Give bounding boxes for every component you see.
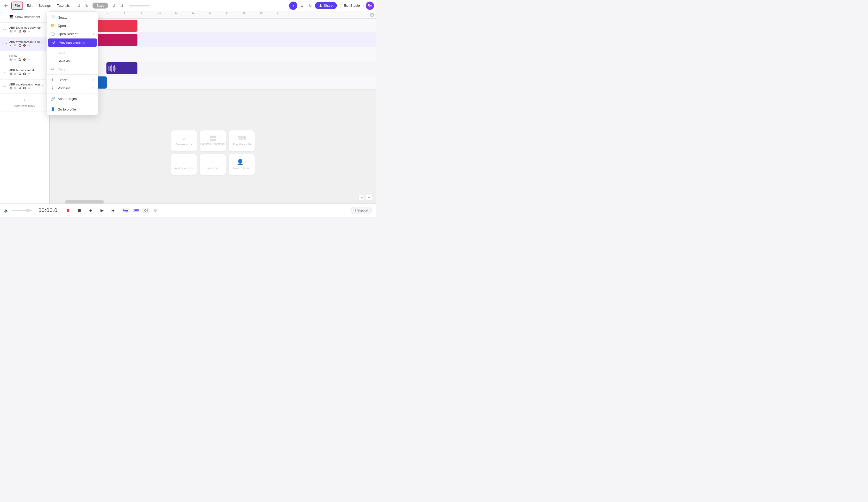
mute-button[interactable]: 🔇 bbox=[22, 86, 27, 90]
share-project-icon: 🔗 bbox=[50, 96, 55, 101]
ruler-mark-16: 16 bbox=[260, 11, 263, 14]
music-avatar[interactable]: ♪ bbox=[289, 1, 297, 10]
synth-label: Play the synth bbox=[233, 143, 251, 146]
zoom-in-button[interactable]: + bbox=[366, 194, 372, 200]
mute-button[interactable]: 🔇 bbox=[22, 57, 27, 62]
open-recent-arrow-icon: › bbox=[93, 32, 94, 36]
back-button[interactable] bbox=[2, 1, 10, 10]
refresh-button[interactable]: ↺ bbox=[110, 2, 117, 9]
user-avatar[interactable]: RA bbox=[366, 1, 374, 10]
browse-loops-label: Browse loops bbox=[175, 143, 193, 146]
patterns-label: Patterns Beatmaker bbox=[200, 142, 225, 146]
menu-save-as[interactable]: Save as... bbox=[47, 57, 98, 65]
track-row[interactable]: 〰 Clean R 🎚 🎧 🔇 ≡ bbox=[0, 51, 49, 65]
horizontal-scrollbar[interactable] bbox=[50, 200, 376, 203]
patterns-beatmaker-card[interactable]: Patterns Beatmaker bbox=[200, 130, 226, 151]
menu-open[interactable]: 📂 Open... bbox=[47, 21, 98, 30]
menu-new[interactable]: 📄 New... bbox=[47, 13, 98, 21]
exit-button[interactable]: Exit Studio bbox=[340, 2, 364, 9]
invite-friend-card[interactable]: 👤+ Invite a friend bbox=[229, 154, 255, 175]
browse-loops-card[interactable]: ♪ Browse loops bbox=[171, 130, 197, 151]
support-label: Support bbox=[357, 209, 368, 212]
headphone-button[interactable]: 🎧 bbox=[18, 86, 22, 90]
undo-button[interactable]: ↺ bbox=[75, 2, 83, 9]
scrollbar-thumb[interactable] bbox=[65, 200, 104, 203]
audio-clip[interactable] bbox=[106, 62, 137, 74]
share-icon: ♟ bbox=[319, 3, 322, 8]
add-track-button[interactable]: + Add New Track bbox=[0, 94, 49, 112]
track-row[interactable]: 〰 ABR fx riser central R 🎚 🎧 🔇 ≡ bbox=[0, 65, 49, 80]
ruler-mark-9: 9 bbox=[141, 11, 143, 14]
add-new-track-card[interactable]: + Add new track bbox=[171, 154, 197, 175]
off-toggle[interactable]: Off bbox=[142, 208, 150, 213]
collapse-button[interactable]: ◀ bbox=[370, 13, 374, 17]
headphone-button[interactable]: 🎧 bbox=[18, 57, 22, 62]
track-row[interactable]: 〰 ABR Drum loop belly rub R 🎚 🎧 🔇 ≡ bbox=[0, 23, 49, 37]
more-button[interactable]: ≡ bbox=[27, 43, 31, 48]
menu-file[interactable]: File bbox=[11, 1, 23, 10]
track-waveform-icon: 〰 bbox=[2, 84, 8, 88]
more-button[interactable]: ≡ bbox=[27, 29, 31, 33]
record-button[interactable]: ⏺ bbox=[64, 206, 72, 215]
volume-knob[interactable]: 🎚 bbox=[13, 57, 17, 62]
transport-settings-icon[interactable]: ⚙ bbox=[154, 208, 157, 213]
volume-knob[interactable]: 🎚 bbox=[13, 72, 17, 76]
redo-button[interactable]: ↻ bbox=[83, 2, 90, 9]
volume-slider[interactable] bbox=[12, 210, 32, 211]
record-badge[interactable]: R bbox=[9, 58, 13, 61]
ruler-mark-17: 17 bbox=[277, 11, 280, 14]
share-button[interactable]: ♟ Share bbox=[315, 2, 337, 9]
play-synth-card[interactable]: ⌨ Play the synth bbox=[229, 130, 255, 151]
download-button[interactable]: ⬇ bbox=[118, 2, 126, 9]
record-badge[interactable]: R bbox=[9, 30, 13, 33]
track-row[interactable]: 〰 ABR synth bass pure jul... R 🎚 🎧 🔇 ≡ bbox=[0, 37, 49, 51]
menu-export[interactable]: ⬆ Export › bbox=[47, 76, 98, 84]
menu-previous-versions[interactable]: ↺ Previous versions bbox=[48, 39, 97, 47]
record-badge[interactable]: R bbox=[9, 44, 13, 47]
stop-button[interactable]: ⏹ bbox=[75, 206, 83, 215]
zoom-out-button[interactable]: − bbox=[359, 194, 365, 200]
play-button[interactable]: ▶ bbox=[98, 206, 106, 215]
more-button[interactable]: ≡ bbox=[27, 72, 31, 76]
menu-edit[interactable]: Edit bbox=[24, 1, 35, 10]
show-instrument-button[interactable]: 🎹 Show Instrument bbox=[0, 11, 49, 23]
headphone-button[interactable]: 🎧 bbox=[18, 43, 22, 48]
menu-tutorials[interactable]: Tutorials bbox=[54, 1, 72, 10]
headphone-button[interactable]: 🎧 bbox=[18, 72, 22, 76]
timeline-ruler: 4 5 6 7 8 9 10 11 12 13 14 15 16 17 ◀ bbox=[50, 11, 376, 19]
import-label: Import file bbox=[207, 167, 219, 170]
more-button[interactable]: ≡ bbox=[27, 57, 31, 62]
save-button[interactable]: Save bbox=[92, 3, 108, 9]
notifications-button[interactable]: ⚙ bbox=[298, 2, 306, 9]
new-file-icon: 📄 bbox=[50, 15, 55, 19]
track-row[interactable]: 〰 ABR vocal prayers notes... R 🎚 🎧 🔇 ≡ bbox=[0, 80, 49, 94]
menu-go-to-profile[interactable]: 👤 Go to profile bbox=[47, 105, 98, 113]
ruler-mark-8: 8 bbox=[124, 11, 125, 14]
volume-knob[interactable]: 🎚 bbox=[13, 43, 17, 48]
menu-podcast[interactable]: 🎙 Podcast › bbox=[47, 84, 98, 92]
volume-knob[interactable]: 🎚 bbox=[13, 29, 17, 33]
volume-knob[interactable]: 🎚 bbox=[13, 86, 17, 90]
menu-share-project[interactable]: 🔗 Share project bbox=[47, 94, 98, 103]
mute-button[interactable]: 🔇 bbox=[22, 43, 27, 48]
rewind-button[interactable]: ⏮ bbox=[86, 206, 95, 215]
mute-button[interactable]: 🔇 bbox=[22, 72, 27, 76]
mute-button[interactable]: 🔇 bbox=[22, 29, 27, 33]
record-badge[interactable]: R bbox=[9, 72, 13, 75]
more-button[interactable]: ≡ bbox=[27, 86, 31, 90]
support-icon: ? bbox=[354, 209, 356, 212]
transport-bar: 🔈 00:00.0 ⏺ ⏹ ⏮ ▶ ⏭ Am 100 Off ⚙ ? Suppo… bbox=[0, 203, 376, 217]
menu-settings[interactable]: Settings bbox=[36, 1, 53, 10]
support-button[interactable]: ? Support bbox=[351, 207, 372, 214]
tracks-canvas[interactable]: ♪ Browse loops Patterns Beatmaker ⌨ bbox=[50, 19, 376, 203]
export-arrow-icon: › bbox=[93, 78, 94, 82]
import-file-card[interactable]: → Import file bbox=[200, 154, 226, 175]
progress-bar bbox=[129, 5, 149, 7]
volume-thumb[interactable] bbox=[26, 209, 30, 212]
fast-forward-button[interactable]: ⏭ bbox=[109, 206, 117, 215]
track-name: ABR Drum loop belly rub bbox=[9, 26, 47, 29]
headphone-button[interactable]: 🎧 bbox=[18, 29, 22, 33]
sync-button[interactable]: ↻ bbox=[307, 2, 314, 9]
menu-open-recent[interactable]: 🕐 Open Recent › bbox=[47, 30, 98, 38]
record-badge[interactable]: R bbox=[9, 86, 13, 90]
